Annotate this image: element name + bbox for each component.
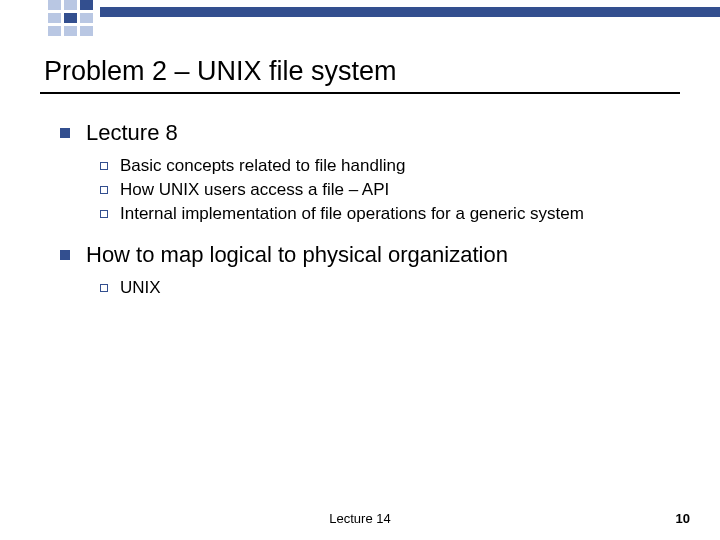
page-number: 10	[676, 511, 690, 526]
sublist: Basic concepts related to file handling …	[100, 156, 680, 224]
hollow-square-bullet-icon	[100, 186, 108, 194]
list-item-label: UNIX	[120, 278, 161, 298]
list-item-label: Internal implementation of file operatio…	[120, 204, 584, 224]
list-item: Basic concepts related to file handling	[100, 156, 680, 176]
square-bullet-icon	[60, 128, 70, 138]
title-underline	[40, 92, 680, 94]
slide-body: Lecture 8 Basic concepts related to file…	[60, 120, 680, 316]
list-item-label: How UNIX users access a file – API	[120, 180, 389, 200]
corner-squares-icon	[48, 0, 93, 36]
top-stripe	[100, 7, 720, 17]
list-item: How to map logical to physical organizat…	[60, 242, 680, 268]
sublist: UNIX	[100, 278, 680, 298]
hollow-square-bullet-icon	[100, 284, 108, 292]
list-item-label: How to map logical to physical organizat…	[86, 242, 508, 268]
footer-center: Lecture 14	[0, 511, 720, 526]
slide: Problem 2 – UNIX file system Lecture 8 B…	[0, 0, 720, 540]
list-item-label: Lecture 8	[86, 120, 178, 146]
list-item: Internal implementation of file operatio…	[100, 204, 680, 224]
list-item: How UNIX users access a file – API	[100, 180, 680, 200]
hollow-square-bullet-icon	[100, 162, 108, 170]
top-decoration	[0, 0, 720, 24]
square-bullet-icon	[60, 250, 70, 260]
hollow-square-bullet-icon	[100, 210, 108, 218]
list-item: UNIX	[100, 278, 680, 298]
slide-title: Problem 2 – UNIX file system	[44, 56, 397, 87]
list-item: Lecture 8	[60, 120, 680, 146]
list-item-label: Basic concepts related to file handling	[120, 156, 405, 176]
